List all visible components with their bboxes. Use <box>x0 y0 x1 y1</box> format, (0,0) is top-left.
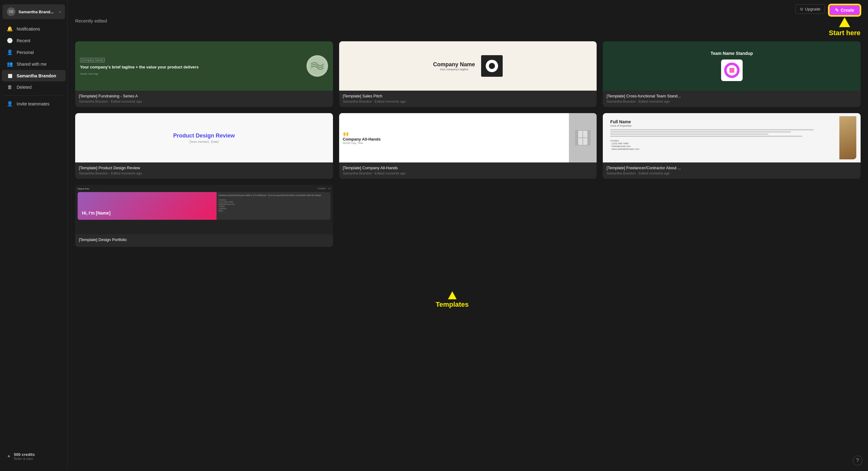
clock-icon: 🕐 <box>7 38 13 43</box>
crossfunc-title: Team Name Standup <box>711 51 753 56</box>
create-button[interactable]: ✎ Create <box>829 4 861 16</box>
template-meta: Samantha Brandon · Edited moments ago <box>79 99 329 103</box>
template-meta: Samantha Brandon · Edited moments ago <box>343 171 593 175</box>
template-card-crossfunc[interactable]: Team Name Standup [Template] Cross-funct… <box>603 41 861 107</box>
star-icon: ✦ <box>7 453 11 459</box>
port-hi: Hi, I'm [Name] <box>82 210 111 215</box>
wavy-icon <box>308 57 327 75</box>
templates-container: [Company Name] Your company's brief tagl… <box>68 41 868 471</box>
template-card-pdr[interactable]: Product Design Review [Team member] · [D… <box>75 113 333 179</box>
template-thumbnail: Full Name Area of Expertise Contact· (12… <box>603 113 861 163</box>
sidebar-item-label: Deleted <box>17 85 31 90</box>
allhands-title: Company All-Hands <box>343 137 381 142</box>
template-name: [Template] Design Portfolio <box>79 237 329 242</box>
user-menu[interactable]: SB Samantha Brand... ▾ <box>2 4 65 19</box>
template-card-allhands[interactable]: 🙌 Company All-Hands Month Day, Year <box>339 113 597 179</box>
sidebar-item-label: Shared with me <box>17 62 46 66</box>
credits-section[interactable]: ✦ 500 credits Refer & earn <box>3 449 64 464</box>
sidebar-item-personal[interactable]: 👤 Personal <box>2 47 66 58</box>
bell-icon: 🔔 <box>7 26 13 32</box>
sidebar-item-label: Personal <box>17 50 34 55</box>
pdr-title: Product Design Review <box>173 133 235 139</box>
port-contact: Contact(123) 456-7890hello@email.comTwit… <box>218 199 328 212</box>
avatar-initials: SB <box>9 9 13 14</box>
sidebar-item-workspace[interactable]: ▦ Samantha Brandon <box>2 70 66 81</box>
create-icon: ✎ <box>835 8 839 12</box>
template-info: [Template] Product Design Review Samanth… <box>75 163 333 179</box>
avatar: SB <box>7 7 16 16</box>
tagline: Your company's tagline <box>433 68 475 71</box>
template-card-fundraising[interactable]: [Company Name] Your company's brief tagl… <box>75 41 333 107</box>
start-here-annotation: Start here <box>829 17 861 37</box>
templates-annotation: Templates <box>436 291 468 308</box>
template-meta: Samantha Brandon · Edited moments ago <box>607 171 857 175</box>
logo-placeholder: Visual: Your logo <box>80 72 303 75</box>
create-label: Create <box>841 8 854 12</box>
add-person-icon: 👤 <box>7 101 13 107</box>
upgrade-label: Upgrade <box>805 7 820 11</box>
fl-role: Area of Expertise <box>610 124 836 127</box>
port-name: Name Pen <box>78 187 89 190</box>
person-icon: 👤 <box>7 49 13 55</box>
main-content: Recently edited ⊙ Upgrade ✎ Create Start… <box>68 0 868 471</box>
create-wrapper: ✎ Create Start here <box>829 4 861 37</box>
sidebar-item-label: Notifications <box>17 27 40 31</box>
template-meta: Samantha Brandon · Edited moments ago <box>79 171 329 175</box>
template-thumbnail: Company Name Your company's tagline <box>339 41 597 91</box>
question-mark-icon: ? <box>856 458 859 463</box>
upgrade-button[interactable]: ⊙ Upgrade <box>795 4 825 14</box>
template-thumbnail: Product Design Review [Team member] · [D… <box>75 113 333 163</box>
credits-amount: 500 credits <box>14 452 35 457</box>
port-intro: Introduce yourself and your skills in 2-… <box>218 194 328 197</box>
template-info: [Template] Company All-Hands Samantha Br… <box>339 163 597 179</box>
circle-logo <box>307 55 328 77</box>
sidebar-item-recent[interactable]: 🕐 Recent <box>2 35 66 46</box>
template-thumbnail: Name Pen Portfolio ••• Hi, I'm [Name] <box>75 185 333 234</box>
fl-name: Full Name <box>610 119 836 124</box>
arrow-up-icon <box>839 17 850 27</box>
template-name: [Template] Freelancer/Contractor About .… <box>607 166 857 170</box>
person-silhouette <box>839 116 856 159</box>
fundraising-headline: Your company's brief tagline + the value… <box>80 65 303 70</box>
template-card-sales-pitch[interactable]: Company Name Your company's tagline [Tem… <box>339 41 597 107</box>
template-name: [Template] Fundraising - Series A <box>79 94 329 98</box>
allhands-date: Month Day, Year <box>343 142 363 145</box>
peace-icon <box>575 130 590 146</box>
template-thumbnail: 🙌 Company All-Hands Month Day, Year <box>339 113 597 163</box>
chevron-down-icon: ▾ <box>59 10 61 13</box>
pink-logo <box>721 59 743 81</box>
sidebar-item-invite[interactable]: 👤 Invite teammates <box>2 98 66 110</box>
templates-grid: [Company Name] Your company's brief tagl… <box>75 41 861 247</box>
trash-icon: 🗑 <box>7 85 13 90</box>
templates-arrow-icon <box>448 291 457 299</box>
pdr-sub: [Team member] · [Date] <box>189 140 218 143</box>
template-name: [Template] Sales Pitch <box>343 94 593 98</box>
start-here-label: Start here <box>829 29 861 37</box>
topbar-actions: ⊙ Upgrade ✎ Create Start here <box>795 4 861 37</box>
credits-sub: Refer & earn <box>14 457 35 461</box>
topbar: Recently edited ⊙ Upgrade ✎ Create Start… <box>68 0 868 41</box>
template-info: [Template] Design Portfolio <box>75 234 333 247</box>
sidebar-item-deleted[interactable]: 🗑 Deleted <box>2 82 66 93</box>
template-card-freelancer[interactable]: Full Name Area of Expertise Contact· (12… <box>603 113 861 179</box>
template-name: [Template] Cross-functional Team Stand..… <box>607 94 857 98</box>
template-info: [Template] Freelancer/Contractor About .… <box>603 163 861 179</box>
template-name: [Template] Product Design Review <box>79 166 329 170</box>
sidebar-item-notifications[interactable]: 🔔 Notifications <box>2 23 66 34</box>
help-button[interactable]: ? <box>852 455 863 466</box>
sidebar-item-shared[interactable]: 👥 Shared with me <box>2 58 66 70</box>
company-name: Company Name <box>433 61 475 68</box>
template-meta: Samantha Brandon · Edited moments ago <box>343 99 593 103</box>
template-info: [Template] Cross-functional Team Stand..… <box>603 91 861 107</box>
template-info: [Template] Sales Pitch Samantha Brandon … <box>339 91 597 107</box>
grid-icon: ▦ <box>7 73 13 79</box>
template-card-portfolio[interactable]: Name Pen Portfolio ••• Hi, I'm [Name] <box>75 185 333 247</box>
sidebar-item-label: Recent <box>17 38 30 43</box>
template-thumbnail: Team Name Standup <box>603 41 861 91</box>
sidebar-item-label: Invite teammates <box>17 101 50 106</box>
template-thumbnail: [Company Name] Your company's brief tagl… <box>75 41 333 91</box>
upgrade-icon: ⊙ <box>800 7 803 11</box>
sidebar-bottom: ✦ 500 credits Refer & earn <box>0 446 67 468</box>
sidebar: SB Samantha Brand... ▾ 🔔 Notifications 🕐… <box>0 0 68 471</box>
fl-contact: Contact· (123) 456-7890· hello@email.com… <box>610 139 836 150</box>
